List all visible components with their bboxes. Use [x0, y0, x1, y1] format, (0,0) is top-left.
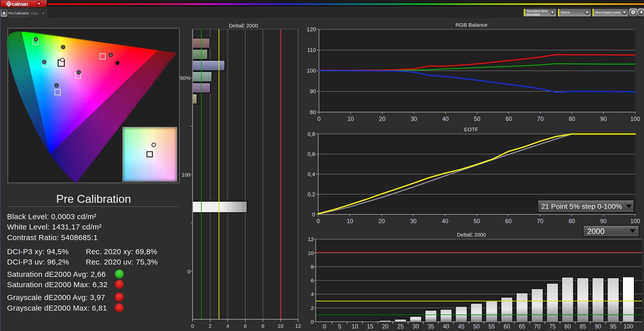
svg-text:Simulated: Simulated [526, 13, 540, 16]
svg-text:100: 100 [624, 323, 633, 330]
svg-text:12: 12 [308, 236, 314, 242]
svg-text:+: + [42, 11, 45, 16]
svg-text:100: 100 [630, 218, 640, 224]
svg-text:25: 25 [397, 323, 404, 330]
svg-text:50: 50 [474, 116, 480, 122]
svg-text:2: 2 [311, 305, 314, 311]
svg-text:0,2: 0,2 [307, 191, 315, 197]
svg-text:0,6: 0,6 [307, 151, 315, 157]
svg-text:Rec. 2020 xy: 69,8%: Rec. 2020 xy: 69,8% [86, 247, 157, 256]
svg-text:20: 20 [379, 116, 386, 122]
svg-text:DCI-P3 xy: 94,5%: DCI-P3 xy: 94,5% [7, 247, 69, 256]
svg-text:90: 90 [600, 116, 607, 122]
svg-text:60: 60 [504, 323, 510, 330]
svg-text:70: 70 [534, 323, 541, 330]
svg-text:10: 10 [352, 323, 358, 330]
svg-text:Saturation dE2000 Avg: 2,66: Saturation dE2000 Avg: 2,66 [7, 270, 106, 278]
svg-text:White Level: 1431,17 cd/m²: White Level: 1431,17 cd/m² [7, 223, 102, 231]
svg-text:DCI-P3 uv: 96,2%: DCI-P3 uv: 96,2% [7, 258, 69, 266]
svg-text:40: 40 [442, 218, 448, 224]
svg-text:0: 0 [317, 116, 321, 122]
svg-text:Grayscale dE2000 Avg: 3,97: Grayscale dE2000 Avg: 3,97 [7, 293, 105, 302]
svg-text:Source: Source [560, 11, 570, 14]
svg-text:6: 6 [244, 323, 247, 329]
svg-text:DeltaE 2000: DeltaE 2000 [457, 232, 486, 238]
svg-text:20: 20 [378, 218, 385, 224]
svg-text:80: 80 [569, 116, 575, 122]
svg-text:90: 90 [595, 323, 601, 330]
svg-text:0,8: 0,8 [307, 131, 315, 137]
svg-text:30: 30 [413, 323, 419, 330]
svg-text:75: 75 [549, 323, 556, 330]
svg-text:50: 50 [473, 323, 480, 330]
svg-text:60: 60 [505, 218, 512, 224]
svg-text:2: 2 [209, 323, 212, 329]
svg-text:0: 0 [187, 269, 190, 274]
svg-text:calman: calman [12, 1, 28, 7]
svg-text:4: 4 [226, 323, 229, 329]
svg-text:90: 90 [310, 88, 316, 94]
svg-text:0: 0 [311, 319, 314, 325]
svg-text:5: 5 [338, 323, 341, 330]
svg-text:Direct Display Control: Direct Display Control [595, 11, 621, 14]
svg-text:50: 50 [473, 218, 480, 224]
svg-text:80: 80 [569, 218, 575, 224]
svg-text:10: 10 [277, 323, 283, 329]
svg-text:8: 8 [311, 264, 314, 270]
svg-text:Simulated Meter: Simulated Meter [526, 9, 548, 13]
svg-text:45: 45 [458, 323, 465, 330]
svg-text:Black Level: 0,0003 cd/m²: Black Level: 0,0003 cd/m² [7, 212, 96, 221]
svg-text:DeltaE 2000: DeltaE 2000 [229, 23, 258, 28]
svg-text:RGB Balance: RGB Balance [455, 22, 487, 28]
svg-text:0: 0 [191, 323, 194, 329]
svg-text:6: 6 [311, 278, 314, 283]
svg-text:Grayscale dE2000 Max: 6,81: Grayscale dE2000 Max: 6,81 [7, 304, 107, 312]
svg-text:21 Point 5% step 0-100%: 21 Point 5% step 0-100% [541, 202, 622, 210]
svg-text:10: 10 [308, 250, 314, 256]
svg-text:70: 70 [537, 116, 544, 122]
svg-text:40: 40 [443, 323, 449, 330]
svg-text:70: 70 [537, 218, 543, 224]
svg-text:60: 60 [505, 116, 512, 122]
svg-text:Rec. 2020 uv: 75,3%: Rec. 2020 uv: 75,3% [86, 258, 158, 266]
svg-text:95: 95 [610, 323, 617, 330]
svg-text:100: 100 [307, 68, 316, 74]
svg-text:110: 110 [307, 47, 316, 53]
svg-text:80: 80 [310, 109, 316, 115]
svg-text:100: 100 [182, 172, 190, 178]
svg-text:10: 10 [347, 218, 353, 224]
svg-text:100: 100 [630, 116, 640, 122]
svg-text:55: 55 [489, 323, 495, 330]
svg-text:Pre Calibration: Pre Calibration [56, 192, 131, 205]
svg-text:Data: Data [31, 11, 38, 15]
svg-text:10: 10 [347, 116, 354, 122]
svg-text:Saturation dE2000 Max: 6,32: Saturation dE2000 Max: 6,32 [7, 280, 107, 289]
svg-text:40: 40 [442, 116, 449, 122]
svg-text:12: 12 [295, 323, 301, 329]
svg-text:120: 120 [307, 26, 316, 32]
svg-text:0: 0 [317, 218, 320, 224]
svg-text:30: 30 [411, 116, 417, 122]
svg-text:30: 30 [410, 218, 417, 224]
svg-text:80: 80 [565, 323, 571, 330]
svg-text:EOTF: EOTF [464, 126, 478, 132]
svg-text:0: 0 [323, 323, 326, 330]
svg-text:Pre Calibration: Pre Calibration [8, 11, 29, 15]
svg-text:0: 0 [312, 211, 315, 218]
svg-text:8: 8 [261, 323, 264, 329]
svg-text:50%: 50% [180, 75, 190, 81]
svg-text:85: 85 [580, 323, 586, 330]
svg-text:90: 90 [600, 218, 607, 224]
svg-text:15: 15 [367, 323, 373, 330]
svg-text:2000: 2000 [587, 227, 605, 236]
svg-text:65: 65 [519, 323, 525, 330]
svg-text:0,4: 0,4 [307, 171, 315, 177]
svg-text:20: 20 [382, 323, 389, 330]
svg-text:4: 4 [311, 291, 314, 297]
svg-text:35: 35 [428, 323, 434, 330]
svg-text:Contrast Ratio: 5408685:1: Contrast Ratio: 5408685:1 [7, 233, 98, 242]
